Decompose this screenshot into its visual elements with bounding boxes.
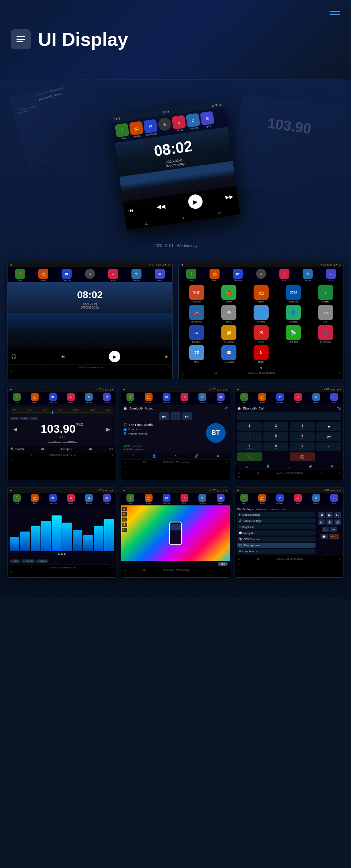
app-music[interactable]: ♫ Music [172,115,187,132]
key-4[interactable]: 4 GHI [237,432,262,441]
cs-mute[interactable]: 🔇 [326,519,333,525]
next-btn[interactable]: ▶▶ [225,193,234,200]
app-apps[interactable]: ⊞ Apps [200,111,215,128]
app-gmail[interactable]: ✉ Gmail [246,325,276,343]
eq-badge-srs[interactable]: ○SRS [10,559,20,563]
app-360view[interactable]: 360 360View [182,285,212,303]
setting-volume[interactable]: 🔊 Volume Settings [237,518,316,523]
app-navi[interactable]: 📍 Navi [115,123,130,140]
setting-nav[interactable]: 🧭 Navigation [237,530,316,535]
bt-prev[interactable]: ⏮ [159,412,169,420]
cs-prev[interactable]: ⏮ [318,512,325,518]
prev-btn[interactable]: ⏮ [128,208,134,214]
radio-search[interactable]: 🔍 Search [10,447,24,451]
home-radio[interactable]: 📻 Radio [32,269,55,281]
bt-note-icon2[interactable]: ♫ [174,454,177,458]
app-chrome[interactable]: 🌐 Chrome [246,305,276,323]
cs-next[interactable]: ⏭ [334,512,341,518]
view360-ctrl-4[interactable]: 🔒 [122,523,127,527]
cs-home[interactable]: 🏠 [321,534,328,539]
apps-left-arrow[interactable]: ◀ [181,263,183,266]
key-6[interactable]: 6 MNO [290,432,315,441]
home-prev[interactable]: ⏮ [61,354,65,359]
key-0plus[interactable]: 0+ [316,432,341,441]
home-play[interactable]: ▶ [109,351,120,362]
bt-link-icon[interactable]: 🔗 [194,454,198,458]
setting-logo[interactable]: ⊚ Logo Settings [237,549,316,554]
cs-endcall[interactable]: ↩ [330,527,337,532]
key-7[interactable]: 7 PQRS [237,442,262,451]
end-btn[interactable]: 📵 [290,452,315,461]
app-spotify[interactable]: ♪ Spotify [311,285,341,303]
app-gpstest[interactable]: 📡 GPS Test [278,325,308,343]
radio-next-track[interactable]: ⏭ [89,447,92,451]
setting-gps[interactable]: 📡 GPS Detection [237,537,316,542]
app-filemanager[interactable]: 📁 File Manager [214,325,244,343]
key-hash[interactable]: # [316,442,341,451]
app-radio[interactable]: 📻 Radio [129,121,144,139]
home-settings[interactable]: ⚙ Settings [125,269,148,281]
app-dab[interactable]: DAB DAB+ [311,305,341,323]
home-music[interactable]: ♫ Music [102,269,124,281]
app-localmusic[interactable]: 🎵 LocalMusic [311,325,341,343]
radio-prev-track[interactable]: ⏮ [41,447,44,451]
key-9[interactable]: 9 WXYZ [290,442,315,451]
view360-ctrl-5[interactable]: ≡ [122,528,127,532]
setting-android[interactable]: ▶ Android Settings [237,512,316,517]
bt-gear-icon[interactable]: ⚙ [217,454,220,458]
app-siriusxm[interactable]: SXM SiriusXM [278,285,308,303]
bt-contact-icon[interactable]: 👤 [152,454,156,458]
app-carsettings[interactable]: 🚗 Car Settings [182,305,212,323]
app-bluetooth[interactable]: BT Bluetooth [143,119,158,136]
nav-hamburger[interactable] [330,11,340,15]
app-tpms[interactable]: ⊚ TPMS [214,305,244,323]
eq-badge-dolby[interactable]: ○DOLBY [21,559,35,563]
btcall-menu[interactable]: ☰ [245,465,248,468]
key-5[interactable]: 5 JKL [263,432,288,441]
app-messaging[interactable]: 💬 Messaging [214,345,244,363]
app-settings[interactable]: ⚙ Settings [186,113,201,131]
view360-ctrl-2[interactable]: ⊞ [122,512,127,517]
view360-ctrl-1[interactable]: ⊡ [122,507,127,511]
key-8[interactable]: 8 TUV [263,442,288,451]
app-radio-grid[interactable]: 📻 Radio [246,285,276,303]
key-2[interactable]: 2 ABC [263,422,288,431]
btcall-link[interactable]: 🔗 [308,465,312,468]
app-equalizer-grid[interactable]: ≡ Equalizer [182,325,212,343]
cs-phone[interactable]: 📞 [322,527,329,532]
menu-icon[interactable] [11,29,31,49]
app-netflix[interactable]: N Netflix [246,345,276,363]
setting-steering[interactable]: 🎮 Steering Learn [237,543,316,548]
app-maps[interactable]: 🗺 Maps [182,345,212,363]
btcall-del[interactable]: ⌫ [337,407,341,410]
home-left-arrow[interactable]: ◀ [10,263,11,266]
eq-badge-bass[interactable]: ○BASS [36,559,48,563]
cs-vol-down[interactable]: 🔉 [318,519,325,525]
btcall-person[interactable]: 👤 [266,465,270,468]
bt-next[interactable]: ⏭ [182,412,192,420]
home-bt[interactable]: BT Bluetooth [56,269,78,281]
btcall-settings[interactable]: ⚙ [330,465,333,468]
app-contacts[interactable]: 👤 Contacts [278,305,308,323]
home-next[interactable]: ⏭ [164,354,169,359]
app-autokit[interactable]: 🍎 AutoKit [214,285,244,303]
cs-play[interactable]: ▶ [326,512,333,518]
setting-brightness[interactable]: ☀ Brightness [237,524,316,529]
home-apps[interactable]: ⊞ Apps [148,269,171,281]
home-navi[interactable]: 📍 Navi [9,269,32,281]
cs-vol-up[interactable]: 🔊 [334,519,341,525]
bt-menu-icon[interactable]: ☰ [131,454,134,458]
key-star[interactable]: ★ [316,422,341,431]
app-circle-btn[interactable]: ⊙ [157,117,172,135]
call-btn[interactable]: 📞 [237,452,262,461]
btcall-note[interactable]: ♫ [288,465,290,468]
bt-pause[interactable]: ⏸ [170,412,181,420]
play-btn[interactable]: ▶ [187,194,203,210]
key-3[interactable]: 3 DEF [290,422,315,431]
bt-refresh[interactable]: ↺ [225,407,228,410]
prev2-btn[interactable]: ◀◀ [156,203,165,210]
key-1[interactable]: 1 GLD [237,422,262,431]
radio-next-arrow[interactable]: ▶ [106,426,110,432]
view360-ctrl-3[interactable]: 3D [122,518,127,522]
radio-prev-arrow[interactable]: ◀ [13,426,17,432]
